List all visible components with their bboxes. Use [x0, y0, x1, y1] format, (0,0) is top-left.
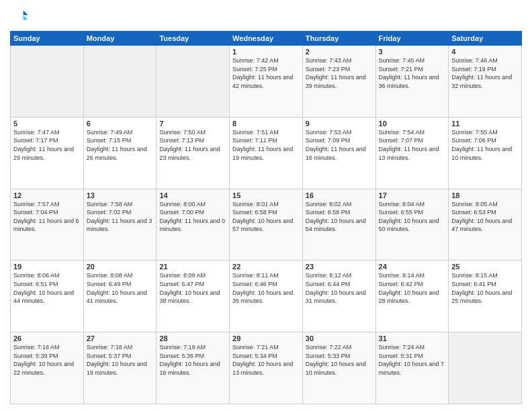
- weekday-tuesday: Tuesday: [157, 32, 230, 46]
- day-cell: 20Sunrise: 8:08 AMSunset: 6:49 PMDayligh…: [83, 261, 157, 332]
- day-info: Sunrise: 8:14 AMSunset: 6:42 PMDaylight:…: [379, 271, 446, 305]
- weekday-saturday: Saturday: [449, 32, 522, 46]
- day-cell: 21Sunrise: 8:09 AMSunset: 6:47 PMDayligh…: [157, 261, 230, 332]
- day-number: 27: [87, 334, 154, 342]
- day-number: 7: [159, 120, 226, 128]
- day-cell: 30Sunrise: 7:22 AMSunset: 5:33 PMDayligh…: [302, 332, 375, 404]
- day-info: Sunrise: 7:46 AMSunset: 7:19 PMDaylight:…: [451, 56, 519, 90]
- weekday-thursday: Thursday: [302, 32, 375, 46]
- day-info: Sunrise: 8:12 AMSunset: 6:44 PMDaylight:…: [306, 271, 373, 305]
- day-cell: [157, 46, 230, 118]
- day-number: 25: [451, 263, 519, 271]
- day-number: 22: [232, 263, 300, 271]
- day-cell: 16Sunrise: 8:02 AMSunset: 6:56 PMDayligh…: [302, 189, 375, 261]
- day-cell: 23Sunrise: 8:12 AMSunset: 6:44 PMDayligh…: [302, 261, 375, 332]
- calendar-page: SundayMondayTuesdayWednesdayThursdayFrid…: [0, 0, 532, 411]
- day-number: 29: [232, 334, 300, 342]
- day-number: 17: [379, 191, 446, 199]
- day-cell: 24Sunrise: 8:14 AMSunset: 6:42 PMDayligh…: [375, 261, 449, 332]
- day-info: Sunrise: 7:16 AMSunset: 5:39 PMDaylight:…: [13, 343, 81, 377]
- day-number: 10: [379, 120, 446, 128]
- day-cell: [449, 332, 522, 404]
- day-number: 23: [306, 263, 373, 271]
- day-info: Sunrise: 7:57 AMSunset: 7:04 PMDaylight:…: [13, 200, 81, 234]
- day-number: 18: [451, 191, 519, 199]
- week-row-0: 1Sunrise: 7:42 AMSunset: 7:25 PMDaylight…: [11, 46, 522, 118]
- day-info: Sunrise: 8:15 AMSunset: 6:41 PMDaylight:…: [451, 271, 519, 305]
- day-info: Sunrise: 7:53 AMSunset: 7:09 PMDaylight:…: [306, 128, 373, 162]
- day-number: 4: [451, 48, 519, 56]
- day-cell: 7Sunrise: 7:50 AMSunset: 7:13 PMDaylight…: [157, 117, 230, 189]
- day-info: Sunrise: 8:04 AMSunset: 6:55 PMDaylight:…: [379, 200, 446, 234]
- day-info: Sunrise: 7:47 AMSunset: 7:17 PMDaylight:…: [13, 128, 81, 162]
- day-cell: 9Sunrise: 7:53 AMSunset: 7:09 PMDaylight…: [302, 117, 375, 189]
- day-cell: [11, 46, 84, 118]
- day-number: 12: [13, 191, 81, 199]
- week-row-2: 12Sunrise: 7:57 AMSunset: 7:04 PMDayligh…: [11, 189, 522, 261]
- day-info: Sunrise: 7:42 AMSunset: 7:25 PMDaylight:…: [232, 56, 300, 90]
- day-info: Sunrise: 7:51 AMSunset: 7:11 PMDaylight:…: [232, 128, 300, 162]
- day-cell: 1Sunrise: 7:42 AMSunset: 7:25 PMDaylight…: [230, 46, 303, 118]
- svg-marker-0: [24, 11, 28, 15]
- day-cell: 14Sunrise: 8:00 AMSunset: 7:00 PMDayligh…: [157, 189, 230, 261]
- day-number: 1: [232, 48, 300, 56]
- weekday-header-row: SundayMondayTuesdayWednesdayThursdayFrid…: [11, 32, 522, 46]
- logo-icon: [10, 7, 29, 26]
- weekday-monday: Monday: [83, 32, 157, 46]
- day-number: 28: [159, 334, 226, 342]
- weekday-wednesday: Wednesday: [230, 32, 303, 46]
- day-cell: 10Sunrise: 7:54 AMSunset: 7:07 PMDayligh…: [375, 117, 449, 189]
- day-info: Sunrise: 7:18 AMSunset: 5:37 PMDaylight:…: [87, 343, 154, 377]
- day-number: 21: [159, 263, 226, 271]
- day-info: Sunrise: 8:02 AMSunset: 6:56 PMDaylight:…: [306, 200, 373, 234]
- day-info: Sunrise: 8:05 AMSunset: 6:53 PMDaylight:…: [451, 200, 519, 234]
- day-number: 30: [306, 334, 373, 342]
- calendar-table: SundayMondayTuesdayWednesdayThursdayFrid…: [10, 31, 522, 404]
- day-info: Sunrise: 7:50 AMSunset: 7:13 PMDaylight:…: [159, 128, 226, 162]
- day-cell: 28Sunrise: 7:19 AMSunset: 5:36 PMDayligh…: [157, 332, 230, 404]
- svg-marker-1: [24, 15, 28, 20]
- day-info: Sunrise: 7:49 AMSunset: 7:15 PMDaylight:…: [87, 128, 154, 162]
- logo: [10, 7, 32, 26]
- day-info: Sunrise: 8:00 AMSunset: 7:00 PMDaylight:…: [159, 200, 226, 234]
- day-info: Sunrise: 8:06 AMSunset: 6:51 PMDaylight:…: [13, 271, 81, 305]
- week-row-1: 5Sunrise: 7:47 AMSunset: 7:17 PMDaylight…: [11, 117, 522, 189]
- day-number: 24: [379, 263, 446, 271]
- day-number: 3: [379, 48, 446, 56]
- day-info: Sunrise: 7:54 AMSunset: 7:07 PMDaylight:…: [379, 128, 446, 162]
- day-cell: 29Sunrise: 7:21 AMSunset: 5:34 PMDayligh…: [230, 332, 303, 404]
- day-cell: 8Sunrise: 7:51 AMSunset: 7:11 PMDaylight…: [230, 117, 303, 189]
- day-info: Sunrise: 7:58 AMSunset: 7:02 PMDaylight:…: [87, 200, 154, 234]
- week-row-4: 26Sunrise: 7:16 AMSunset: 5:39 PMDayligh…: [11, 332, 522, 404]
- day-cell: 11Sunrise: 7:55 AMSunset: 7:06 PMDayligh…: [449, 117, 522, 189]
- day-cell: 17Sunrise: 8:04 AMSunset: 6:55 PMDayligh…: [375, 189, 449, 261]
- week-row-3: 19Sunrise: 8:06 AMSunset: 6:51 PMDayligh…: [11, 261, 522, 332]
- day-info: Sunrise: 8:01 AMSunset: 6:58 PMDaylight:…: [232, 200, 300, 234]
- day-cell: 2Sunrise: 7:43 AMSunset: 7:23 PMDaylight…: [302, 46, 375, 118]
- header: [10, 7, 522, 26]
- day-number: 13: [87, 191, 154, 199]
- day-info: Sunrise: 8:08 AMSunset: 6:49 PMDaylight:…: [87, 271, 154, 305]
- weekday-sunday: Sunday: [11, 32, 84, 46]
- day-cell: 22Sunrise: 8:11 AMSunset: 6:46 PMDayligh…: [230, 261, 303, 332]
- day-info: Sunrise: 8:09 AMSunset: 6:47 PMDaylight:…: [159, 271, 226, 305]
- weekday-friday: Friday: [375, 32, 449, 46]
- day-info: Sunrise: 7:24 AMSunset: 5:31 PMDaylight:…: [379, 343, 446, 377]
- day-info: Sunrise: 8:11 AMSunset: 6:46 PMDaylight:…: [232, 271, 300, 305]
- day-info: Sunrise: 7:55 AMSunset: 7:06 PMDaylight:…: [451, 128, 519, 162]
- day-number: 15: [232, 191, 300, 199]
- day-cell: 31Sunrise: 7:24 AMSunset: 5:31 PMDayligh…: [375, 332, 449, 404]
- day-number: 26: [13, 334, 81, 342]
- day-info: Sunrise: 7:43 AMSunset: 7:23 PMDaylight:…: [306, 56, 373, 90]
- day-number: 20: [87, 263, 154, 271]
- day-cell: 12Sunrise: 7:57 AMSunset: 7:04 PMDayligh…: [11, 189, 84, 261]
- day-cell: 6Sunrise: 7:49 AMSunset: 7:15 PMDaylight…: [83, 117, 157, 189]
- day-number: 19: [13, 263, 81, 271]
- day-cell: 25Sunrise: 8:15 AMSunset: 6:41 PMDayligh…: [449, 261, 522, 332]
- day-cell: 18Sunrise: 8:05 AMSunset: 6:53 PMDayligh…: [449, 189, 522, 261]
- day-info: Sunrise: 7:21 AMSunset: 5:34 PMDaylight:…: [232, 343, 300, 377]
- day-cell: 19Sunrise: 8:06 AMSunset: 6:51 PMDayligh…: [11, 261, 84, 332]
- day-cell: 27Sunrise: 7:18 AMSunset: 5:37 PMDayligh…: [83, 332, 157, 404]
- day-number: 9: [306, 120, 373, 128]
- day-number: 6: [87, 120, 154, 128]
